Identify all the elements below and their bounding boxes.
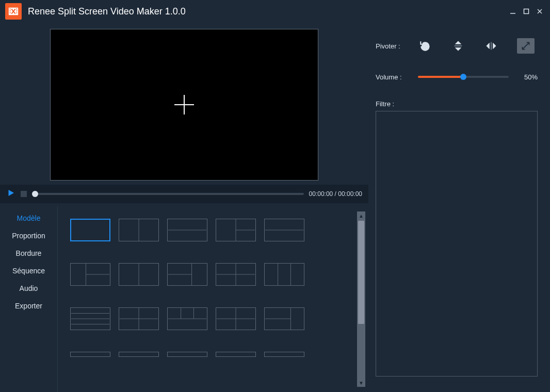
template-1x2-v[interactable]: [119, 219, 159, 241]
template-row4e[interactable]: [264, 352, 304, 357]
minimize-button[interactable]: [508, 6, 518, 17]
volume-label: Volume :: [376, 73, 412, 81]
app-title: Renee Split Screen Video Maker 1.0.0: [28, 6, 186, 17]
player-bar: 00:00:00 / 00:00:00: [0, 185, 368, 203]
crop-button[interactable]: [517, 38, 535, 54]
template-2x2-b[interactable]: [216, 307, 256, 330]
tab-exporter[interactable]: Exporter: [0, 297, 57, 315]
maximize-button[interactable]: [521, 6, 531, 17]
side-tabs: ModèleProportionBordureSéquenceAudioExpo…: [0, 206, 58, 392]
video-preview[interactable]: [50, 29, 318, 181]
volume-value: 50%: [516, 73, 538, 81]
templates-scrollbar[interactable]: ▲ ▼: [357, 211, 365, 387]
titlebar: Renee Split Screen Video Maker 1.0.0: [0, 0, 550, 23]
svg-rect-4: [17, 9, 18, 10]
template-T-4[interactable]: [167, 307, 207, 330]
rotate-clockwise-button[interactable]: [418, 39, 432, 53]
template-2x2[interactable]: [216, 263, 256, 286]
filter-list[interactable]: [376, 111, 538, 377]
template-2x1-h[interactable]: [167, 219, 207, 241]
template-4x1-h[interactable]: [70, 307, 110, 330]
svg-rect-2: [10, 10, 11, 11]
template-1x2-v-b[interactable]: [119, 263, 159, 286]
close-button[interactable]: [535, 6, 545, 17]
flip-horizontal-button[interactable]: [484, 39, 498, 53]
tab-sequence[interactable]: Séquence: [0, 262, 57, 280]
svg-rect-6: [17, 12, 18, 13]
svg-rect-1: [10, 9, 11, 10]
template-L-3b[interactable]: [167, 263, 207, 286]
seek-knob[interactable]: [32, 191, 38, 197]
scroll-down-icon[interactable]: ▼: [357, 379, 365, 387]
template-2x1-h-b[interactable]: [264, 219, 304, 241]
volume-slider[interactable]: [418, 76, 509, 78]
tab-proportion[interactable]: Proportion: [0, 227, 57, 244]
scroll-thumb[interactable]: [358, 221, 364, 324]
template-1+2r[interactable]: [216, 219, 256, 241]
volume-fill: [418, 76, 463, 78]
template-grid: [70, 219, 353, 357]
stop-button[interactable]: [21, 191, 27, 197]
template-1x3-v[interactable]: [264, 263, 304, 286]
tab-audio[interactable]: Audio: [0, 280, 57, 297]
filter-label: Filtre :: [376, 100, 538, 108]
timecode: 00:00:00 / 00:00:00: [309, 190, 362, 198]
template-row4d[interactable]: [216, 352, 256, 357]
play-button[interactable]: [6, 188, 15, 200]
tab-bordure[interactable]: Bordure: [0, 244, 57, 262]
rotate-label: Pivoter :: [376, 42, 412, 50]
svg-rect-3: [10, 12, 11, 13]
template-1x1[interactable]: [70, 219, 110, 241]
template-row4b[interactable]: [119, 352, 159, 357]
tab-modele[interactable]: Modèle: [0, 209, 57, 227]
template-row4c[interactable]: [167, 352, 207, 357]
template-L-3a[interactable]: [70, 263, 110, 286]
flip-vertical-button[interactable]: [451, 39, 465, 53]
template-3x1+1[interactable]: [264, 307, 304, 330]
svg-rect-5: [17, 10, 18, 11]
svg-rect-8: [524, 9, 529, 14]
volume-knob[interactable]: [460, 74, 466, 80]
app-icon: [5, 3, 22, 20]
seek-track[interactable]: [32, 193, 304, 195]
template-row4a[interactable]: [70, 352, 110, 357]
template-2+2[interactable]: [119, 307, 159, 330]
scroll-up-icon[interactable]: ▲: [357, 211, 365, 220]
